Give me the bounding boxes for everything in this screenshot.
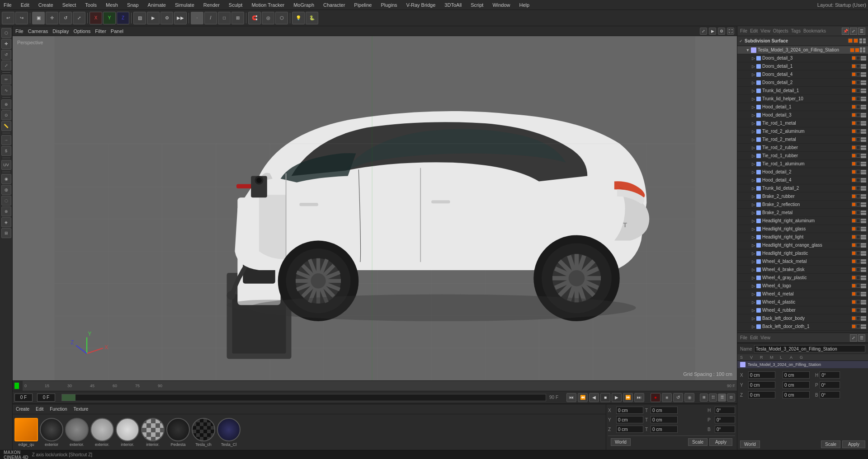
x-field[interactable]: 0 cm: [616, 407, 643, 414]
lt-place[interactable]: ⊙: [1, 110, 11, 120]
tree-item[interactable]: ▷ Doors_detail_4: [737, 70, 868, 79]
menu-3dtoall[interactable]: 3DToAll: [443, 1, 463, 9]
tree-item[interactable]: ▷ Wheel_4_black_metal: [737, 258, 868, 266]
record-btn[interactable]: ◉: [684, 393, 694, 402]
mat-function-btn[interactable]: Function: [48, 406, 68, 412]
lt-scale[interactable]: ⤢: [1, 61, 11, 70]
stop-icon-btn[interactable]: ■: [662, 393, 672, 402]
lt-sculpt6[interactable]: ⊞: [1, 228, 11, 238]
y-axis-btn[interactable]: Y: [103, 12, 116, 24]
redo-btn[interactable]: ↪: [15, 12, 28, 24]
tree-item[interactable]: ▷ Hood_detail_3: [737, 111, 868, 119]
rp-tags-menu[interactable]: Tags: [791, 28, 801, 33]
obj-name-field[interactable]: Tesla_Model_3_2024_on_Filling_Station: [754, 345, 865, 352]
menu-snap[interactable]: Snap: [125, 1, 141, 9]
tree-item[interactable]: ▷ Tie_rod_2_aluminum: [737, 127, 868, 136]
menu-create[interactable]: Create: [37, 1, 55, 9]
undo-btn[interactable]: ↩: [2, 12, 14, 24]
points-btn[interactable]: ·: [191, 12, 203, 24]
x-field2[interactable]: 0 cm: [651, 407, 678, 414]
menu-window[interactable]: Window: [491, 1, 512, 9]
material-item-0[interactable]: edge_qu: [14, 418, 38, 447]
lt-sculpt1[interactable]: ◉: [1, 174, 11, 184]
render-settings-btn[interactable]: ⚙: [160, 12, 173, 24]
pos-z-val[interactable]: 0 cm: [748, 391, 775, 398]
pos-z-val2[interactable]: 0 cm: [783, 391, 810, 398]
mat-preview-4[interactable]: [116, 418, 139, 441]
apply-btn[interactable]: Apply: [709, 438, 732, 446]
lt-normal[interactable]: →: [1, 135, 11, 145]
tree-item[interactable]: ▷ Back_left_door_cloth_1: [737, 323, 868, 331]
menu-mograph[interactable]: MoGraph: [292, 1, 316, 9]
tree-item[interactable]: ▷ Doors_detail_1: [737, 62, 868, 70]
3d-viewport[interactable]: Perspective: [13, 36, 737, 380]
scheme3-btn[interactable]: ☰: [718, 393, 726, 402]
lt-live[interactable]: ⊕: [1, 99, 11, 109]
b-val[interactable]: 0°: [820, 391, 840, 398]
frame-current-right[interactable]: 0 F: [37, 393, 55, 402]
transport-play-back[interactable]: ◀: [589, 393, 599, 402]
rp-expand-icon[interactable]: ⤢: [850, 28, 857, 35]
mat-preview-8[interactable]: [217, 418, 241, 441]
tree-item[interactable]: ▷ Brake_2_rubber: [737, 192, 868, 201]
tree-item[interactable]: ▷ Wheel_4_logo: [737, 282, 868, 290]
tree-item[interactable]: ▷ Wheel_4_metal: [737, 290, 868, 298]
tree-item[interactable]: ▷ Brake_2_metal: [737, 209, 868, 217]
mat-preview-7[interactable]: [192, 418, 215, 441]
lt-sculpt4[interactable]: ⊗: [1, 206, 11, 216]
tree-item[interactable]: ▷ Brake_2_reflection: [737, 201, 868, 209]
menu-motiontracker[interactable]: Motion Tracker: [250, 1, 286, 9]
mat-preview-1[interactable]: [40, 418, 63, 441]
scheme4-btn[interactable]: ⊡: [727, 393, 735, 402]
menu-edit[interactable]: Edit: [19, 1, 31, 9]
menu-file[interactable]: File: [2, 1, 14, 9]
ss-checkbox[interactable]: ✓: [739, 39, 743, 43]
tree-item[interactable]: ▷ Trunk_lid_helper_10: [737, 95, 868, 103]
timeline-track[interactable]: 0 15 30 45 60 75 90 90 F: [23, 381, 737, 391]
vp-fullscreen-btn[interactable]: ⛶: [727, 28, 734, 35]
vp-settings-btn[interactable]: ⚙: [718, 28, 725, 35]
lt-uv[interactable]: UV: [1, 160, 11, 170]
menu-select[interactable]: Select: [61, 1, 78, 9]
tree-item[interactable]: ▷ Headlight_right_aluminum: [737, 217, 868, 225]
pos-x-val2[interactable]: 0 cm: [783, 371, 810, 379]
edges-btn[interactable]: /: [204, 12, 217, 24]
lt-sculpt2[interactable]: ◍: [1, 185, 11, 195]
selected-obj-attr-row[interactable]: Tesla_Model_3_2024_on_Filling_Station: [737, 361, 868, 368]
menu-simulate[interactable]: Simulate: [173, 1, 196, 9]
select-tool[interactable]: ▣: [32, 12, 45, 24]
pos-x-val[interactable]: 0 cm: [748, 371, 775, 379]
y-field2[interactable]: 0 cm: [651, 416, 678, 423]
menu-plugins[interactable]: Plugins: [379, 1, 399, 9]
loop-btn[interactable]: ↺: [673, 393, 683, 402]
move-tool[interactable]: ✛: [46, 12, 58, 24]
render-to-po-btn[interactable]: ▶▶: [174, 12, 187, 24]
world-btn[interactable]: World: [611, 438, 631, 446]
menu-help[interactable]: Help: [518, 1, 532, 9]
menu-character[interactable]: Character: [321, 1, 347, 9]
tree-item[interactable]: ▷ Wheel_4_brake_disk: [737, 266, 868, 274]
polys-btn[interactable]: □: [218, 12, 231, 24]
lt-sculpt5[interactable]: ◈: [1, 217, 11, 227]
vp-tab-display[interactable]: Display: [52, 28, 69, 34]
tree-item[interactable]: ▷ Doors_detail_3: [737, 54, 868, 62]
menu-pipeline[interactable]: Pipeline: [352, 1, 373, 9]
object-tree[interactable]: ▷ Doors_detail_3 ▷ Doors_detail_1: [737, 54, 868, 333]
material-item-8[interactable]: Tesla_Cl: [217, 418, 241, 447]
attr-world-btn[interactable]: World: [740, 440, 760, 448]
py-btn[interactable]: 🐍: [306, 12, 318, 24]
lt-select[interactable]: ⬡: [1, 28, 11, 38]
rp-file-menu[interactable]: File: [740, 28, 747, 33]
tree-item[interactable]: ▷ Tie_rod_1_rubber: [737, 152, 868, 160]
tree-item[interactable]: ▷ Trunk_lid_detail_1: [737, 87, 868, 95]
tree-item[interactable]: ▷ Back_left_door_body: [737, 314, 868, 323]
lt-move[interactable]: ✛: [1, 39, 11, 49]
uvw-btn[interactable]: ⊞: [231, 12, 244, 24]
h-val[interactable]: 0°: [820, 371, 840, 379]
vp-tab-options[interactable]: Options: [73, 28, 90, 34]
tree-item[interactable]: ▷ Wheel_4_gray_plastic: [737, 274, 868, 282]
tree-item[interactable]: ▷ Headlight_right_glass: [737, 225, 868, 233]
transport-stop[interactable]: ■: [600, 393, 610, 402]
lt-s[interactable]: $: [1, 146, 11, 156]
material-item-2[interactable]: exterior.: [65, 418, 89, 447]
